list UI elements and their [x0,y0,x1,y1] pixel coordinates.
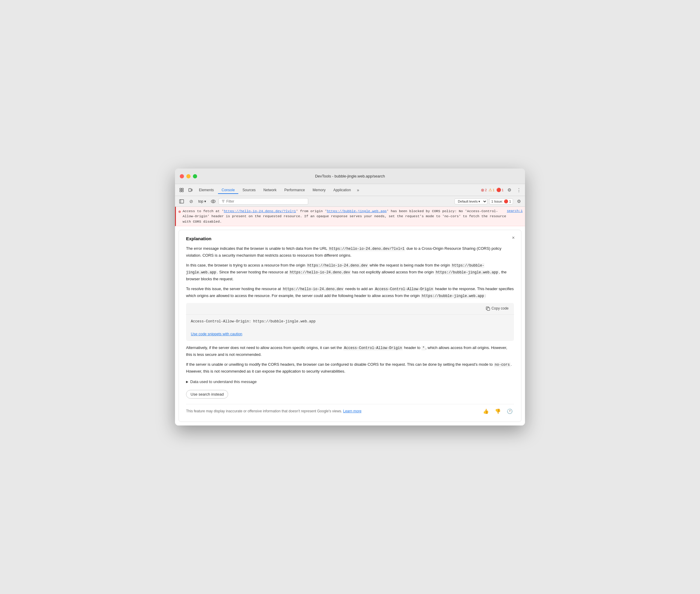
thumbs-up-icon[interactable]: 👍 [482,407,490,416]
clear-console-icon[interactable]: ⊘ [187,197,195,205]
tab-console[interactable]: Console [218,186,238,194]
triangle-right-icon: ▶ [186,380,188,385]
error-source-link[interactable]: search:1 [507,208,523,213]
caution-link[interactable]: Use code snippets with caution [186,331,514,340]
feedback-icons: 👍 👎 🕐 [482,407,514,416]
svg-rect-2 [180,190,181,192]
svg-rect-1 [182,188,183,190]
tab-elements[interactable]: Elements [195,186,217,194]
svg-rect-5 [191,189,192,191]
tab-network[interactable]: Network [260,186,280,194]
data-understand-toggle[interactable]: ▶ Data used to understand this message [186,378,514,385]
explanation-para-3: To resolve this issue, the server hostin… [186,286,514,299]
traffic-lights [180,174,197,178]
report-icon[interactable]: 🕐 [505,407,514,416]
inspect-icon[interactable] [177,186,186,194]
learn-more-link[interactable]: Learn more [343,409,361,413]
svg-rect-0 [180,188,181,190]
wildcard-inline: * [421,346,425,351]
levels-select[interactable]: Default levels ▾ [455,198,487,204]
origin-inline-6: https://bubble-jingle.web.app [421,294,485,298]
issue-badge[interactable]: 1 Issue: 🔴 1 [489,198,513,204]
explanation-para-2: In this case, the browser is trying to a… [186,262,514,282]
svg-point-9 [212,200,214,202]
svg-rect-6 [179,200,184,203]
origin-inline-5: https://hello-io-24.deno.dev [282,287,344,292]
close-button[interactable]: × [510,234,517,241]
no-cors-inline: no-cors [494,362,511,367]
devtools-window: DevTools - bubble-jingle.web.app/search [175,168,525,426]
svg-rect-3 [182,190,183,192]
explanation-panel: Explanation × The error message indicate… [179,230,521,422]
console-content: ⊗ Access to fetch at 'https://hello-io-2… [175,207,525,426]
svg-rect-13 [487,308,490,310]
eye-icon[interactable] [209,197,217,205]
more-options-icon[interactable]: ⋮ [515,186,523,194]
window-title: DevTools - bubble-jingle.web.app/search [315,174,385,178]
error-url2-link[interactable]: https://bubble-jingle.web.app [327,209,387,213]
copy-code-button[interactable]: Copy code [484,305,511,312]
devtools-body: Elements Console Sources Network Perform… [175,184,525,426]
origin-inline-4: https://bubble-jingle.web.app [435,270,499,275]
maximize-button[interactable] [193,174,197,178]
thumbs-down-icon[interactable]: 👎 [494,407,502,416]
footer-disclaimer: This feature may display inaccurate or o… [186,409,361,414]
title-bar: DevTools - bubble-jingle.web.app/search [175,168,525,184]
error-badge: ⊗ 2 [481,188,487,192]
origin-inline-1: https://hello-io-24.deno.dev [306,263,369,268]
tab-memory[interactable]: Memory [309,186,329,194]
toolbar-row: ⊘ top ▾ Default [175,196,525,207]
tabs-row: Elements Console Sources Network Perform… [175,184,525,196]
explanation-title: Explanation [186,236,514,241]
filter-icon [221,199,225,203]
filter-area[interactable] [219,198,308,205]
use-search-button[interactable]: Use search instead [186,390,228,399]
error-url1-link[interactable]: https://hello-io-24.deno.dev/?lvl=1 [224,209,296,213]
info-badge: 🔴 1 [496,188,503,192]
code-snippet: Access-Control-Allow-Origin: https://bub… [186,315,514,329]
error-icon: ⊗ [178,209,181,215]
header-inline-1: Access-Control-Allow-Origin [374,287,434,292]
code-block-container: Copy code Access-Control-Allow-Origin: h… [186,303,514,341]
code-block-toolbar: Copy code [186,303,514,315]
explanation-body: The error message indicates that the bro… [186,245,514,416]
sidebar-toggle-icon[interactable] [177,197,186,205]
error-message-row: ⊗ Access to fetch at 'https://hello-io-2… [175,207,525,226]
explanation-para-1: The error message indicates that the bro… [186,245,514,259]
url-inline-1: https://hello-io-24.deno.dev/?lvl=1 [328,246,405,251]
minimize-button[interactable] [186,174,190,178]
origin-inline-3: https://hello-io-24.deno.dev [289,270,351,275]
tab-application[interactable]: Application [330,186,354,194]
warning-badge: ⚠ 1 [489,188,494,192]
svg-rect-4 [189,189,191,192]
header-inline-2: Access-Control-Allow-Origin [343,346,403,351]
settings-icon[interactable]: ⚙ [505,186,513,194]
filter-input[interactable] [226,199,306,203]
settings-console-icon[interactable]: ⚙ [515,198,523,205]
tabs-right: ⊗ 2 ⚠ 1 🔴 1 ⚙ ⋮ [481,186,523,194]
copy-icon [486,306,490,311]
error-text: Access to fetch at 'https://hello-io-24.… [182,208,507,224]
tab-sources[interactable]: Sources [239,186,259,194]
explanation-para-4: Alternatively, if the server does not ne… [186,344,514,358]
panel-footer: This feature may display inaccurate or o… [186,404,514,416]
device-icon[interactable] [186,186,195,194]
tab-performance[interactable]: Performance [281,186,309,194]
more-tabs-button[interactable]: » [355,187,361,194]
context-selector[interactable]: top ▾ [197,198,208,204]
chevron-down-icon: ▾ [204,199,206,203]
svg-point-8 [211,200,215,203]
close-button[interactable] [180,174,184,178]
toolbar-right: Default levels ▾ 1 Issue: 🔴 1 ⚙ [455,198,523,205]
explanation-para-5: If the server is unable or unwilling to … [186,361,514,374]
